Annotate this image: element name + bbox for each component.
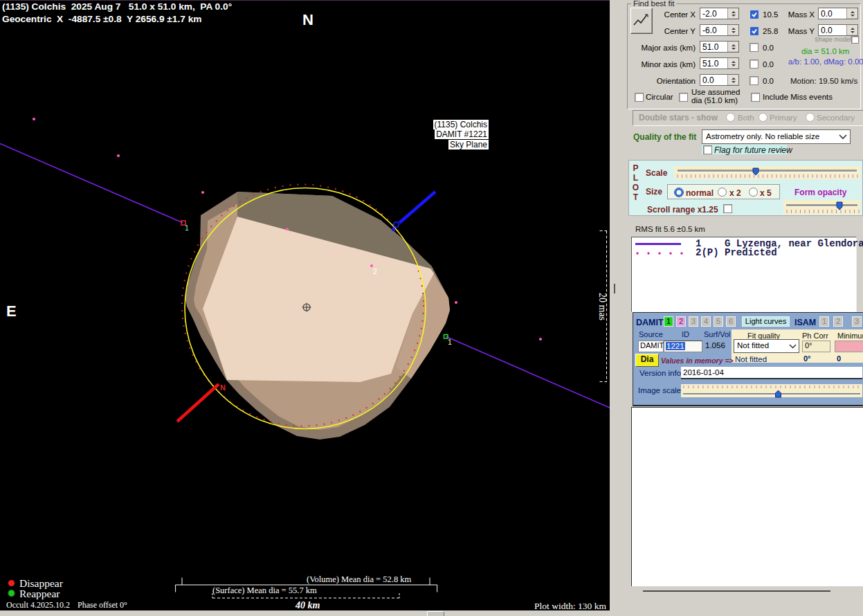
- svg-text:40 km: 40 km: [295, 600, 320, 610]
- svg-text:(Volume) Mean dia = 52.8 km: (Volume) Mean dia = 52.8 km: [307, 574, 412, 584]
- svg-text:Geocentric X -4887.5 ±0.8 Y: Geocentric X -4887.5 ±0.8 Y 2656.9 ±1.7 …: [2, 14, 201, 24]
- svg-text:E: E: [6, 302, 17, 320]
- svg-text:N: N: [220, 383, 226, 392]
- svg-text:Phase offset 0°: Phase offset 0°: [78, 600, 127, 610]
- svg-text:1: 1: [448, 338, 452, 346]
- svg-text:Reappear: Reappear: [19, 588, 60, 599]
- svg-text:1: 1: [185, 224, 189, 232]
- svg-text:Plot width: 130 km: Plot width: 130 km: [534, 601, 606, 610]
- svg-text:N: N: [302, 11, 314, 28]
- svg-text:2: 2: [373, 267, 377, 275]
- svg-text:(1135) Colchis 2025 Aug 7 5: (1135) Colchis 2025 Aug 7 51.0 x 51.0 km…: [2, 1, 232, 12]
- svg-text:20 mas: 20 mas: [597, 293, 608, 320]
- svg-text:Occult 4.2025.10.2: Occult 4.2025.10.2: [6, 600, 70, 610]
- svg-text:(Surface) Mean dia = 55.7 km: (Surface) Mean dia = 55.7 km: [212, 586, 317, 595]
